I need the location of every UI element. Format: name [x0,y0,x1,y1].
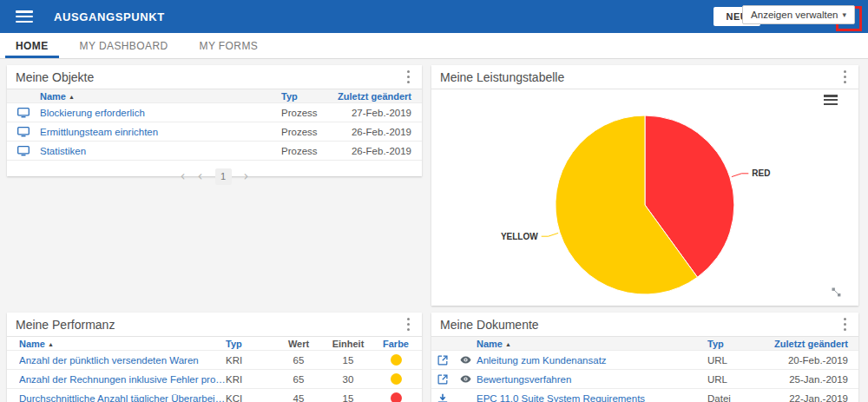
sort-asc-icon: ▲ [505,341,511,347]
table-row: EPC 11.0 Suite System Requirements Datei… [431,389,858,402]
document-typ: URL [707,355,758,366]
table-row: Anzahl der Rechnungen inklusive Fehler p… [7,370,422,389]
docs-col-name[interactable]: Name▲ [477,339,707,349]
object-link[interactable]: Blockierung erforderlich [40,108,281,118]
kpi-typ: KRI [226,374,276,385]
eye-icon[interactable] [454,375,477,383]
panel-objects-title: Meine Objekte [16,70,94,84]
sort-asc-icon: ▲ [69,94,75,100]
table-row: Durchschnittliche Anzahl täglicher Übera… [7,389,422,402]
table-row: Anleitung zum Kundenansatz URL 20-Feb.-2… [431,351,858,370]
panel-chart-titlebar: Meine Leistungstabelle [431,65,858,89]
table-row: Ermittlungsteam einrichten Prozess 26-Fe… [7,122,422,142]
kpi-typ: KCI [226,393,276,402]
object-typ: Prozess [281,108,328,118]
document-link[interactable]: Bewertungsverfahren [477,374,707,385]
tab-bar: HOME MY DASHBOARD MY FORMS [0,33,868,59]
docs-col-date[interactable]: Zuletzt geändert [758,339,855,349]
kpi-einheit: 30 [321,374,375,385]
panel-objects-titlebar: Meine Objekte [7,65,422,89]
object-date: 26-Feb.-2019 [328,146,418,156]
monitor-icon [7,146,40,156]
perf-col-einheit[interactable]: Einheit [321,339,375,349]
perf-col-name[interactable]: Name▲ [19,339,226,349]
table-row: Anzahl der pünktlich versendeten Waren K… [7,351,422,370]
document-link[interactable]: EPC 11.0 Suite System Requirements [477,393,707,402]
panel-meine-dokumente: Meine Dokumente Name▲ Typ Zuletzt geände… [431,313,858,402]
perf-col-wert[interactable]: Wert [276,339,321,349]
objects-col-typ[interactable]: Typ [281,91,328,102]
table-row: Bewertungsverfahren URL 25-Jan.-2019 [431,370,858,389]
monitor-icon [7,108,40,118]
pagination: ‹ ‹ 1 › [7,165,422,188]
download-icon[interactable] [431,393,454,402]
perf-table-header: Name▲ Typ Wert Einheit Farbe [7,337,422,351]
prev-page-button[interactable]: ‹ [198,170,203,183]
page-number[interactable]: 1 [215,168,232,185]
object-date: 27-Feb.-2019 [328,108,418,118]
pie-label-yellow: YELLOW [501,232,538,241]
next-page-button[interactable]: › [244,170,249,183]
menu-icon[interactable] [16,10,33,23]
document-link[interactable]: Anleitung zum Kundenansatz [477,355,707,366]
object-date: 26-Feb.-2019 [328,127,418,137]
resize-handle-icon[interactable] [832,285,841,300]
document-typ: Datei [707,393,758,402]
panel-meine-performanz: Meine Performanz Name▲ Typ Wert Einheit … [7,313,422,402]
panel-perf-title: Meine Performanz [16,318,115,332]
kpi-wert: 45 [276,393,321,402]
kpi-wert: 65 [276,374,321,385]
kpi-wert: 65 [276,355,321,366]
kpi-link[interactable]: Anzahl der Rechnungen inklusive Fehler p… [19,374,226,385]
pie-label-red: RED [752,168,770,178]
tab-my-dashboard[interactable]: MY DASHBOARD [64,33,184,58]
table-row: Statistiken Prozess 26-Feb.-2019 [7,142,422,161]
document-date: 20-Feb.-2019 [758,355,855,366]
table-row: Blockierung erforderlich Prozess 27-Feb.… [7,103,422,122]
pie-connector-red [732,174,748,177]
objects-col-name[interactable]: Name▲ [40,91,281,102]
status-dot [391,354,402,366]
app-bar: AUSGANGSPUNKT NEU [0,0,868,33]
objects-col-date[interactable]: Zuletzt geändert [328,91,418,102]
document-typ: URL [707,374,758,385]
eye-icon[interactable] [454,356,477,364]
monitor-icon [7,127,40,137]
pie-connector-yellow [542,233,558,236]
kebab-menu-icon[interactable] [840,314,851,335]
kpi-link[interactable]: Anzahl der pünktlich versendeten Waren [19,355,226,366]
external-link-icon[interactable] [431,355,454,366]
kebab-menu-icon[interactable] [404,314,414,335]
document-date: 22-Jan.-2019 [758,393,855,402]
kpi-einheit: 15 [321,393,375,402]
object-typ: Prozess [281,127,328,137]
document-date: 25-Jan.-2019 [758,374,855,385]
kpi-link[interactable]: Durchschnittliche Anzahl täglicher Übera… [19,393,226,402]
perf-col-typ[interactable]: Typ [226,339,276,349]
perf-col-farbe[interactable]: Farbe [375,339,417,349]
kebab-menu-icon[interactable] [840,67,851,88]
pie-chart-svg: REDYELLOW [431,89,858,305]
panel-chart-title: Meine Leistungstabelle [440,70,564,84]
status-dot [391,373,402,385]
kpi-einheit: 15 [321,355,375,366]
object-typ: Prozess [281,146,328,156]
docs-table-header: Name▲ Typ Zuletzt geändert [431,337,858,351]
panel-perf-titlebar: Meine Performanz [7,313,422,337]
pie-chart-area: REDYELLOW [431,89,858,305]
object-link[interactable]: Ermittlungsteam einrichten [40,127,281,137]
caret-down-icon: ▾ [842,10,846,19]
chart-menu-icon[interactable] [824,95,838,105]
docs-col-typ[interactable]: Typ [707,339,758,349]
manage-views-label: Anzeigen verwalten [751,10,838,20]
object-link[interactable]: Statistiken [40,146,281,156]
tab-my-forms[interactable]: MY FORMS [184,33,274,58]
panel-docs-title: Meine Dokumente [440,318,539,332]
sort-asc-icon: ▲ [48,341,54,347]
tab-home[interactable]: HOME [0,33,64,58]
kebab-menu-icon[interactable] [404,67,414,88]
first-page-button[interactable]: ‹ [181,170,186,183]
panel-docs-titlebar: Meine Dokumente [431,313,858,337]
external-link-icon[interactable] [431,374,454,385]
manage-views-button[interactable]: Anzeigen verwalten ▾ [742,5,855,24]
